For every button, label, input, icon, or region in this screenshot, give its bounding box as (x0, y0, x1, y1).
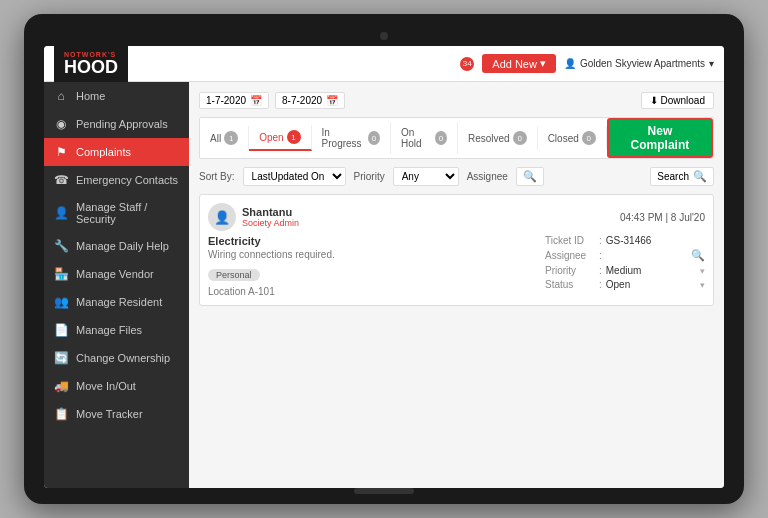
status-value: Open (606, 279, 696, 290)
status-label: Status (545, 279, 595, 290)
search-icon: 🔍 (523, 170, 537, 183)
location-row: Location A-101 (208, 286, 545, 297)
topbar: NOTWORK'S HOOD 34 Add New ▾ 👤 Golden Sky… (44, 46, 724, 82)
user-role: Society Admin (242, 218, 299, 228)
emergency-icon: ☎ (54, 173, 68, 187)
tabs-row: All 1 Open 1 In Progress 0 On Hold 0 (199, 117, 714, 159)
assignee-row: Assignee : 🔍 (545, 249, 705, 262)
add-new-label: Add New (492, 58, 537, 70)
sidebar-item-move-in-out[interactable]: 🚚 Move In/Out (44, 372, 189, 400)
app-title: HOOD (64, 58, 118, 76)
chevron-down-icon: ▾ (540, 57, 546, 70)
tab-in-progress[interactable]: In Progress 0 (312, 122, 391, 154)
sidebar-item-label: Manage Staff / Security (76, 201, 179, 225)
user-label: Golden Skyview Apartments (580, 58, 705, 69)
sidebar-item-label: Move In/Out (76, 380, 136, 392)
tracker-icon: 📋 (54, 407, 68, 421)
sidebar-item-label: Home (76, 90, 105, 102)
files-icon: 📄 (54, 323, 68, 337)
sidebar-item-home[interactable]: ⌂ Home (44, 82, 189, 110)
sidebar-item-move-tracker[interactable]: 📋 Move Tracker (44, 400, 189, 428)
tab-open[interactable]: Open 1 (249, 125, 311, 151)
sidebar-item-change-ownership[interactable]: 🔄 Change Ownership (44, 344, 189, 372)
filter-row: Sort By: LastUpdated On Priority Any Hig… (199, 167, 714, 186)
sidebar-item-manage-resident[interactable]: 👥 Manage Resident (44, 288, 189, 316)
date-row: 1-7-2020 📅 8-7-2020 📅 ⬇ Download (199, 92, 714, 109)
chevron-down-icon: ▾ (709, 58, 714, 69)
sidebar-item-manage-staff[interactable]: 👤 Manage Staff / Security (44, 194, 189, 232)
sidebar-item-manage-files[interactable]: 📄 Manage Files (44, 316, 189, 344)
tab-all[interactable]: All 1 (200, 126, 249, 150)
logo-area: NOTWORK'S HOOD (54, 46, 128, 84)
sidebar-item-label: Change Ownership (76, 352, 170, 364)
vendor-icon: 🏪 (54, 267, 68, 281)
tab-resolved-badge: 0 (513, 131, 527, 145)
tab-in-progress-badge: 0 (368, 131, 380, 145)
card-header: 👤 Shantanu Society Admin 04:43 PM | 8 Ju… (208, 203, 705, 231)
tab-all-badge: 1 (224, 131, 238, 145)
topbar-left: NOTWORK'S HOOD (54, 46, 128, 84)
tab-resolved[interactable]: Resolved 0 (458, 126, 538, 150)
sort-by-select[interactable]: LastUpdated On (243, 167, 346, 186)
complaint-category: Electricity (208, 235, 545, 247)
ticket-id-row: Ticket ID : GS-31466 (545, 235, 705, 246)
sidebar-item-emergency-contacts[interactable]: ☎ Emergency Contacts (44, 166, 189, 194)
location-value: A-101 (248, 286, 275, 297)
main-search[interactable]: Search 🔍 (650, 167, 714, 186)
move-icon: 🚚 (54, 379, 68, 393)
priority-select[interactable]: Any High Medium Low (393, 167, 459, 186)
tab-closed[interactable]: Closed 0 (538, 126, 607, 150)
sidebar-item-pending-approvals[interactable]: ◉ Pending Approvals (44, 110, 189, 138)
assignee-label: Assignee (545, 250, 595, 261)
priority-value: Medium (606, 265, 696, 276)
download-icon: ⬇ (650, 95, 658, 106)
user-row: 👤 Shantanu Society Admin (208, 203, 299, 231)
sidebar-item-label: Manage Daily Help (76, 240, 169, 252)
tab-on-hold[interactable]: On Hold 0 (391, 122, 458, 154)
sidebar-item-manage-vendor[interactable]: 🏪 Manage Vendor (44, 260, 189, 288)
notification-badge[interactable]: 34 (460, 57, 474, 71)
assignee-search[interactable]: 🔍 (516, 167, 544, 186)
date-from-value: 1-7-2020 (206, 95, 246, 106)
complaint-card[interactable]: 👤 Shantanu Society Admin 04:43 PM | 8 Ju… (199, 194, 714, 306)
resident-icon: 👥 (54, 295, 68, 309)
home-icon: ⌂ (54, 89, 68, 103)
ticket-id-value: GS-31466 (606, 235, 705, 246)
user-info[interactable]: 👤 Golden Skyview Apartments ▾ (564, 58, 714, 69)
chevron-down-icon[interactable]: ▾ (700, 266, 705, 276)
priority-row: Priority : Medium ▾ (545, 265, 705, 276)
complaints-icon: ⚑ (54, 145, 68, 159)
search-placeholder: Search (657, 171, 689, 182)
sidebar-item-label: Manage Resident (76, 296, 162, 308)
help-icon: 🔧 (54, 239, 68, 253)
new-complaint-button[interactable]: New Complaint (607, 118, 713, 158)
tab-open-badge: 1 (287, 130, 301, 144)
date-to-input[interactable]: 8-7-2020 📅 (275, 92, 345, 109)
ownership-icon: 🔄 (54, 351, 68, 365)
search-icon: 🔍 (693, 170, 707, 183)
sidebar-item-label: Move Tracker (76, 408, 143, 420)
calendar-icon: 📅 (250, 95, 262, 106)
search-icon[interactable]: 🔍 (691, 249, 705, 262)
topbar-right: 34 Add New ▾ 👤 Golden Skyview Apartments… (460, 54, 714, 73)
status-row: Status : Open ▾ (545, 279, 705, 290)
sidebar-item-label: Manage Files (76, 324, 142, 336)
download-label: Download (661, 95, 705, 106)
sidebar-item-complaints[interactable]: ⚑ Complaints (44, 138, 189, 166)
complaint-tag: Personal (208, 269, 260, 281)
download-button[interactable]: ⬇ Download (641, 92, 714, 109)
tab-on-hold-badge: 0 (435, 131, 447, 145)
user-icon: 👤 (564, 58, 576, 69)
staff-icon: 👤 (54, 206, 68, 220)
chevron-down-icon[interactable]: ▾ (700, 280, 705, 290)
ticket-id-label: Ticket ID (545, 235, 595, 246)
sidebar-item-label: Pending Approvals (76, 118, 168, 130)
approvals-icon: ◉ (54, 117, 68, 131)
date-from-input[interactable]: 1-7-2020 📅 (199, 92, 269, 109)
complaint-description: Wiring connections required. (208, 249, 545, 260)
avatar: 👤 (208, 203, 236, 231)
card-left: Electricity Wiring connections required.… (208, 235, 545, 297)
add-new-button[interactable]: Add New ▾ (482, 54, 556, 73)
assignee-label: Assignee (467, 171, 508, 182)
sidebar-item-manage-daily-help[interactable]: 🔧 Manage Daily Help (44, 232, 189, 260)
